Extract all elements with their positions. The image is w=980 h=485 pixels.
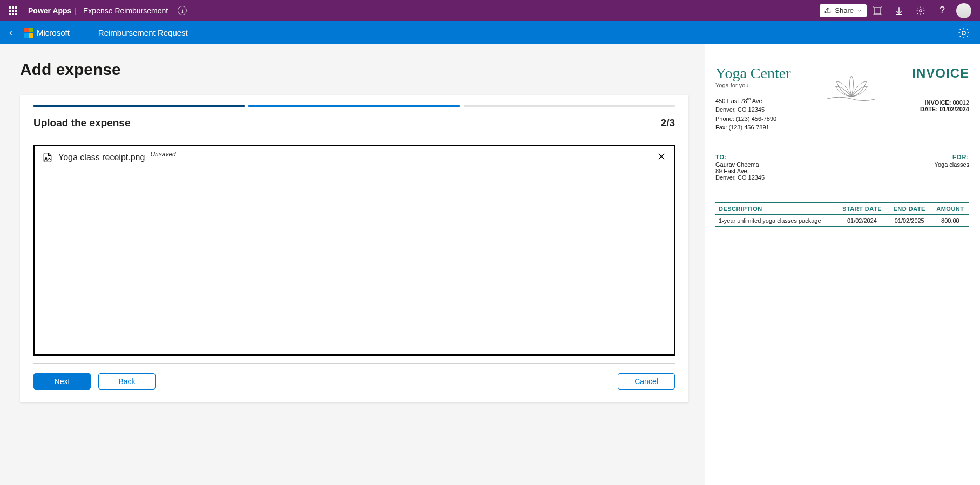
cancel-button[interactable]: Cancel: [618, 373, 675, 390]
appbar-settings-icon[interactable]: [953, 21, 975, 44]
progress-step-3: [464, 105, 675, 107]
table-row: 1-year unlimited yoga classes package 01…: [715, 215, 969, 227]
file-status: Unsaved: [150, 151, 175, 158]
col-end: END DATE: [888, 203, 931, 215]
svg-point-1: [920, 9, 922, 12]
file-row: Yoga class receipt.png Unsaved: [42, 152, 666, 163]
back-button[interactable]: Back: [98, 373, 156, 390]
remove-file-icon[interactable]: [657, 152, 666, 163]
invoice-table: DESCRIPTION START DATE END DATE AMOUNT 1…: [715, 202, 969, 237]
next-button[interactable]: Next: [33, 373, 91, 390]
wizard-card: Upload the expense 2/3 Yoga class receip…: [20, 95, 688, 402]
step-count: 2/3: [661, 117, 675, 129]
appbar-title: Reimbursement Request: [98, 28, 188, 37]
progress-bar: [33, 105, 675, 107]
lotus-icon: [790, 66, 912, 108]
col-description: DESCRIPTION: [715, 203, 836, 215]
step-title: Upload the expense: [33, 117, 131, 129]
ribbon-app-name[interactable]: Power Apps: [28, 6, 71, 15]
share-label: Share: [835, 6, 854, 15]
app-bar: Microsoft Reimbursement Request: [0, 21, 980, 44]
invoice-preview: Yoga Center Yoga for you. 450 East 78th …: [715, 66, 969, 237]
share-icon: [824, 7, 832, 15]
back-icon[interactable]: [5, 28, 16, 38]
invoice-brand: Yoga Center: [715, 66, 790, 81]
top-ribbon: Power Apps | Expense Reimbursement i Sha…: [0, 0, 980, 21]
user-avatar[interactable]: [956, 3, 971, 18]
divider: [33, 363, 675, 364]
microsoft-logo-icon: [24, 28, 33, 38]
share-button[interactable]: Share: [820, 4, 867, 17]
table-row-empty: [715, 226, 969, 237]
invoice-tagline: Yoga for you.: [715, 82, 790, 88]
svg-rect-0: [874, 8, 881, 14]
invoice-address: 450 East 78th Ave Denver, CO 12345 Phone…: [715, 96, 790, 132]
file-image-icon: [42, 152, 53, 163]
page-title: Add expense: [20, 60, 688, 79]
info-icon[interactable]: i: [178, 6, 187, 15]
ribbon-doc-name: Expense Reimbursement: [83, 6, 168, 15]
waffle-icon[interactable]: [8, 5, 18, 16]
ribbon-separator: |: [75, 6, 77, 15]
microsoft-logo[interactable]: Microsoft: [24, 28, 70, 38]
receipt-preview-pane: Yoga Center Yoga for you. 450 East 78th …: [705, 44, 980, 485]
invoice-title: INVOICE: [912, 66, 969, 81]
microsoft-label: Microsoft: [37, 28, 70, 37]
invoice-for-label: FOR:: [935, 154, 969, 160]
help-icon[interactable]: ?: [931, 0, 953, 21]
col-start: START DATE: [836, 203, 888, 215]
download-icon[interactable]: [888, 0, 910, 21]
col-amount: AMOUNT: [931, 203, 969, 215]
svg-point-2: [962, 31, 965, 34]
file-name: Yoga class receipt.png: [58, 153, 145, 162]
progress-step-2: [248, 105, 459, 107]
progress-step-1: [33, 105, 245, 107]
settings-icon[interactable]: [910, 0, 931, 21]
file-dropzone[interactable]: Yoga class receipt.png Unsaved: [33, 145, 675, 356]
fit-icon[interactable]: [867, 0, 888, 21]
appbar-divider: [84, 26, 84, 39]
invoice-to-label: TO:: [715, 154, 765, 160]
chevron-down-icon: [857, 8, 862, 13]
